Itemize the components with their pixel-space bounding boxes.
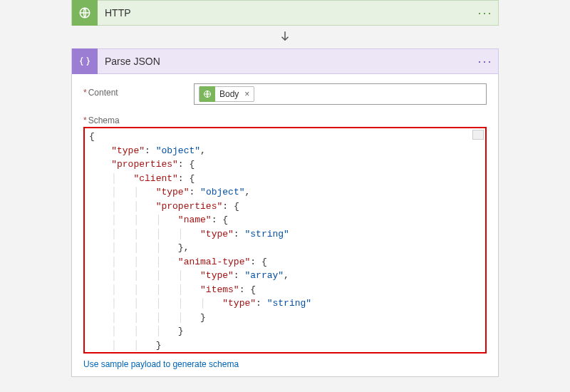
remove-token-button[interactable]: × [243, 89, 249, 99]
use-sample-payload-link[interactable]: Use sample payload to generate schema [72, 354, 498, 369]
globe-icon [200, 86, 215, 102]
content-input[interactable]: Body × [194, 83, 487, 105]
http-title: HTTP [98, 7, 472, 19]
parse-json-body: *Content Body × *Schema { [71, 74, 499, 377]
flow-arrow-icon [0, 26, 570, 48]
parse-json-menu-button[interactable]: ··· [472, 54, 498, 69]
content-label: *Content [83, 83, 194, 98]
schema-label: *Schema [83, 111, 194, 125]
braces-icon [72, 48, 98, 74]
http-action-header[interactable]: HTTP ··· [71, 0, 499, 26]
body-token[interactable]: Body × [199, 86, 254, 102]
schema-editor[interactable]: { "type": "object", "properties": { │ "c… [83, 127, 487, 354]
globe-icon [72, 0, 98, 26]
http-menu-button[interactable]: ··· [472, 6, 498, 21]
body-token-label: Body [219, 89, 239, 99]
parse-json-title: Parse JSON [98, 56, 472, 67]
schema-code[interactable]: { "type": "object", "properties": { │ "c… [85, 128, 485, 352]
parse-json-header[interactable]: Parse JSON ··· [71, 48, 499, 74]
